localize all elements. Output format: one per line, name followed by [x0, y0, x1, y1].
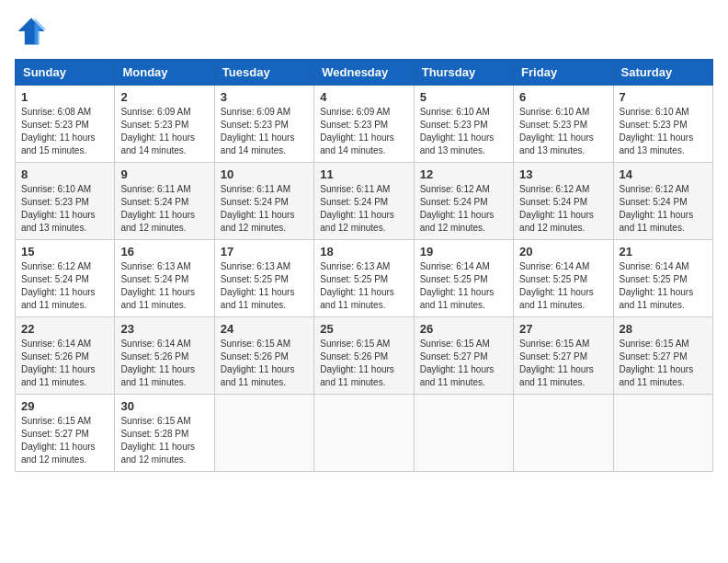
day-cell: 26 Sunrise: 6:15 AM Sunset: 5:27 PM Dayl… [414, 317, 513, 395]
calendar-body: 1 Sunrise: 6:08 AM Sunset: 5:23 PM Dayli… [16, 86, 713, 472]
day-number: 22 [21, 322, 108, 336]
day-cell: 5 Sunrise: 6:10 AM Sunset: 5:23 PM Dayli… [414, 86, 513, 163]
day-cell [314, 395, 414, 472]
day-info: Sunrise: 6:15 AM Sunset: 5:27 PM Dayligh… [620, 338, 707, 389]
day-cell [514, 395, 613, 472]
day-cell: 3 Sunrise: 6:09 AM Sunset: 5:23 PM Dayli… [214, 86, 313, 163]
day-number: 27 [519, 322, 607, 336]
day-info: Sunrise: 6:09 AM Sunset: 5:23 PM Dayligh… [320, 106, 407, 157]
day-number: 28 [620, 322, 707, 336]
day-number: 21 [620, 245, 707, 259]
day-info: Sunrise: 6:11 AM Sunset: 5:24 PM Dayligh… [120, 183, 208, 235]
day-cell: 28 Sunrise: 6:15 AM Sunset: 5:27 PM Dayl… [613, 317, 712, 395]
day-cell [613, 395, 712, 472]
week-row-5: 29 Sunrise: 6:15 AM Sunset: 5:27 PM Dayl… [16, 395, 713, 472]
day-cell: 15 Sunrise: 6:12 AM Sunset: 5:24 PM Dayl… [16, 240, 115, 317]
day-number: 7 [620, 90, 707, 104]
week-row-4: 22 Sunrise: 6:14 AM Sunset: 5:26 PM Dayl… [16, 317, 713, 395]
day-info: Sunrise: 6:14 AM Sunset: 5:26 PM Dayligh… [120, 338, 208, 389]
day-cell: 8 Sunrise: 6:10 AM Sunset: 5:23 PM Dayli… [16, 163, 115, 240]
day-cell: 9 Sunrise: 6:11 AM Sunset: 5:24 PM Dayli… [115, 163, 214, 240]
day-cell: 4 Sunrise: 6:09 AM Sunset: 5:23 PM Dayli… [314, 86, 414, 163]
logo-icon [15, 15, 48, 48]
day-number: 12 [420, 167, 507, 181]
day-cell: 27 Sunrise: 6:15 AM Sunset: 5:27 PM Dayl… [514, 317, 613, 395]
day-info: Sunrise: 6:13 AM Sunset: 5:24 PM Dayligh… [120, 260, 208, 312]
day-number: 6 [519, 90, 607, 104]
day-info: Sunrise: 6:15 AM Sunset: 5:27 PM Dayligh… [420, 338, 507, 389]
logo [15, 15, 51, 48]
day-info: Sunrise: 6:10 AM Sunset: 5:23 PM Dayligh… [519, 106, 607, 157]
week-row-1: 1 Sunrise: 6:08 AM Sunset: 5:23 PM Dayli… [16, 86, 713, 163]
day-cell: 23 Sunrise: 6:14 AM Sunset: 5:26 PM Dayl… [115, 317, 214, 395]
svg-marker-0 [18, 18, 45, 45]
weekday-header-monday: Monday [115, 60, 214, 86]
day-cell: 21 Sunrise: 6:14 AM Sunset: 5:25 PM Dayl… [613, 240, 712, 317]
day-number: 5 [420, 90, 507, 104]
day-number: 16 [120, 245, 208, 259]
day-number: 18 [320, 245, 407, 259]
week-row-2: 8 Sunrise: 6:10 AM Sunset: 5:23 PM Dayli… [16, 163, 713, 240]
day-number: 4 [320, 90, 407, 104]
day-cell: 18 Sunrise: 6:13 AM Sunset: 5:25 PM Dayl… [314, 240, 414, 317]
day-cell: 22 Sunrise: 6:14 AM Sunset: 5:26 PM Dayl… [16, 317, 115, 395]
day-info: Sunrise: 6:10 AM Sunset: 5:23 PM Dayligh… [420, 106, 507, 157]
day-number: 25 [320, 322, 407, 336]
day-cell: 6 Sunrise: 6:10 AM Sunset: 5:23 PM Dayli… [514, 86, 613, 163]
day-info: Sunrise: 6:12 AM Sunset: 5:24 PM Dayligh… [420, 183, 507, 235]
day-info: Sunrise: 6:15 AM Sunset: 5:27 PM Dayligh… [519, 338, 607, 389]
day-number: 3 [221, 90, 308, 104]
day-info: Sunrise: 6:14 AM Sunset: 5:25 PM Dayligh… [519, 260, 607, 312]
day-cell: 12 Sunrise: 6:12 AM Sunset: 5:24 PM Dayl… [414, 163, 513, 240]
day-info: Sunrise: 6:12 AM Sunset: 5:24 PM Dayligh… [519, 183, 607, 235]
day-number: 23 [120, 322, 208, 336]
day-number: 19 [420, 245, 507, 259]
day-cell: 1 Sunrise: 6:08 AM Sunset: 5:23 PM Dayli… [16, 86, 115, 163]
weekday-header-saturday: Saturday [613, 60, 712, 86]
day-cell: 25 Sunrise: 6:15 AM Sunset: 5:26 PM Dayl… [314, 317, 414, 395]
day-info: Sunrise: 6:14 AM Sunset: 5:25 PM Dayligh… [620, 260, 707, 312]
weekday-header-tuesday: Tuesday [214, 60, 313, 86]
weekday-row: SundayMondayTuesdayWednesdayThursdayFrid… [16, 60, 713, 86]
day-cell: 11 Sunrise: 6:11 AM Sunset: 5:24 PM Dayl… [314, 163, 414, 240]
day-number: 8 [21, 167, 108, 181]
weekday-header-wednesday: Wednesday [314, 60, 414, 86]
day-cell: 7 Sunrise: 6:10 AM Sunset: 5:23 PM Dayli… [613, 86, 712, 163]
day-info: Sunrise: 6:15 AM Sunset: 5:27 PM Dayligh… [21, 415, 108, 466]
day-number: 20 [519, 245, 607, 259]
day-cell [414, 395, 513, 472]
calendar: SundayMondayTuesdayWednesdayThursdayFrid… [15, 59, 713, 472]
day-info: Sunrise: 6:14 AM Sunset: 5:26 PM Dayligh… [21, 338, 108, 389]
day-number: 9 [120, 167, 208, 181]
weekday-header-thursday: Thursday [414, 60, 513, 86]
week-row-3: 15 Sunrise: 6:12 AM Sunset: 5:24 PM Dayl… [16, 240, 713, 317]
day-number: 1 [21, 90, 108, 104]
day-number: 11 [320, 167, 407, 181]
day-cell: 14 Sunrise: 6:12 AM Sunset: 5:24 PM Dayl… [613, 163, 712, 240]
day-number: 10 [221, 167, 308, 181]
day-number: 17 [221, 245, 308, 259]
day-info: Sunrise: 6:15 AM Sunset: 5:26 PM Dayligh… [221, 338, 308, 389]
day-number: 29 [21, 399, 108, 413]
day-number: 15 [21, 245, 108, 259]
day-number: 26 [420, 322, 507, 336]
day-info: Sunrise: 6:14 AM Sunset: 5:25 PM Dayligh… [420, 260, 507, 312]
day-info: Sunrise: 6:08 AM Sunset: 5:23 PM Dayligh… [21, 106, 108, 157]
day-number: 2 [120, 90, 208, 104]
day-info: Sunrise: 6:10 AM Sunset: 5:23 PM Dayligh… [21, 183, 108, 235]
day-info: Sunrise: 6:15 AM Sunset: 5:26 PM Dayligh… [320, 338, 407, 389]
day-number: 30 [120, 399, 208, 413]
day-info: Sunrise: 6:12 AM Sunset: 5:24 PM Dayligh… [21, 260, 108, 312]
day-cell: 17 Sunrise: 6:13 AM Sunset: 5:25 PM Dayl… [214, 240, 313, 317]
day-cell: 19 Sunrise: 6:14 AM Sunset: 5:25 PM Dayl… [414, 240, 513, 317]
day-info: Sunrise: 6:09 AM Sunset: 5:23 PM Dayligh… [120, 106, 208, 157]
day-info: Sunrise: 6:09 AM Sunset: 5:23 PM Dayligh… [221, 106, 308, 157]
calendar-header: SundayMondayTuesdayWednesdayThursdayFrid… [16, 60, 713, 86]
day-number: 24 [221, 322, 308, 336]
day-info: Sunrise: 6:11 AM Sunset: 5:24 PM Dayligh… [221, 183, 308, 235]
day-cell: 20 Sunrise: 6:14 AM Sunset: 5:25 PM Dayl… [514, 240, 613, 317]
day-cell: 24 Sunrise: 6:15 AM Sunset: 5:26 PM Dayl… [214, 317, 313, 395]
day-info: Sunrise: 6:13 AM Sunset: 5:25 PM Dayligh… [320, 260, 407, 312]
day-cell: 30 Sunrise: 6:15 AM Sunset: 5:28 PM Dayl… [115, 395, 214, 472]
day-info: Sunrise: 6:11 AM Sunset: 5:24 PM Dayligh… [320, 183, 407, 235]
